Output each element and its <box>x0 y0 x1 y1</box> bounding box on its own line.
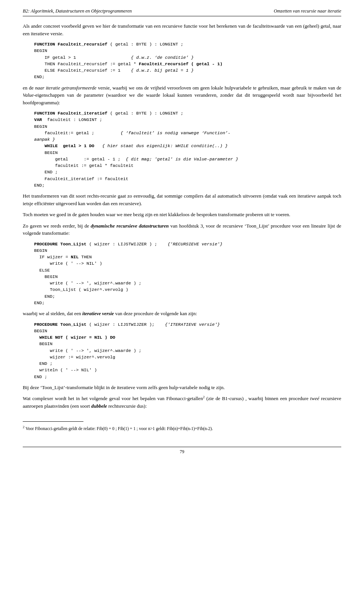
code-block-3: PROCEDURE Toon_Lijst ( wijzer : LIJSTWIJ… <box>34 241 341 306</box>
para6-suffix: (zie de B1-cursus) , waarbij binnen een … <box>205 396 310 402</box>
footnote: 2 Voor Fibonacci-getallen geldt de relat… <box>23 425 341 432</box>
para6-suffix3: rechtsrecursie dus): <box>107 403 147 409</box>
para2: en de naar iteratie getransformeerde ver… <box>23 84 341 107</box>
para3a: Het transformeren van dit soort rechts-r… <box>23 192 341 207</box>
page-header: B2: Algoritmiek, Datastructuren en Objec… <box>23 8 341 16</box>
para5: Bij deze ‘Toon_Lijst’-transformatie blij… <box>23 384 341 391</box>
header-right: Omzetten van recursie naar iteratie <box>274 8 341 14</box>
para6-prefix: Wat complexer wordt het in het volgende … <box>23 396 203 402</box>
code-block-2: FUNCTION Faculteit_iteratief ( getal : B… <box>34 110 341 188</box>
footnote-italic: Fibonacci <box>35 426 52 431</box>
para4-suffix: van deze procedure de volgende kan zijn: <box>114 311 197 316</box>
para3c: Zo gaven we reeds eerder, bij de dynamis… <box>23 222 341 237</box>
code-block-4: PROCEDURE Toon_Lijst ( wijzer : LIJSTWIJ… <box>34 321 341 380</box>
para6-italic: tweé <box>310 396 319 402</box>
code-block-1: FUNCTION Faculteit_recursief ( getal : B… <box>34 41 341 80</box>
header-left: B2: Algoritmiek, Datastructuren en Objec… <box>23 8 132 14</box>
para6-bold-italic: dubbele <box>91 403 107 409</box>
para3c-italic: dynamische recursieve datastructuren <box>91 223 169 229</box>
para4-prefix: waarbij we al stelden, dat een <box>23 311 82 316</box>
para3c-prefix: Zo gaven we reeds eerder, bij de <box>23 223 91 229</box>
para4-italic: iteratieve versie <box>82 311 114 316</box>
intro-paragraph: Als ander concreet voorbeeld geven we hi… <box>23 22 341 37</box>
para3b: Toch moeten we goed in de gaten houden w… <box>23 211 341 218</box>
para4: waarbij we al stelden, dat een iteratiev… <box>23 310 341 317</box>
footnote-divider <box>23 421 83 422</box>
page-number: 79 <box>180 449 184 455</box>
footnote-sup: 2 <box>23 425 25 429</box>
para6: Wat complexer wordt het in het volgende … <box>23 395 341 410</box>
page-footer: 79 <box>23 447 341 455</box>
